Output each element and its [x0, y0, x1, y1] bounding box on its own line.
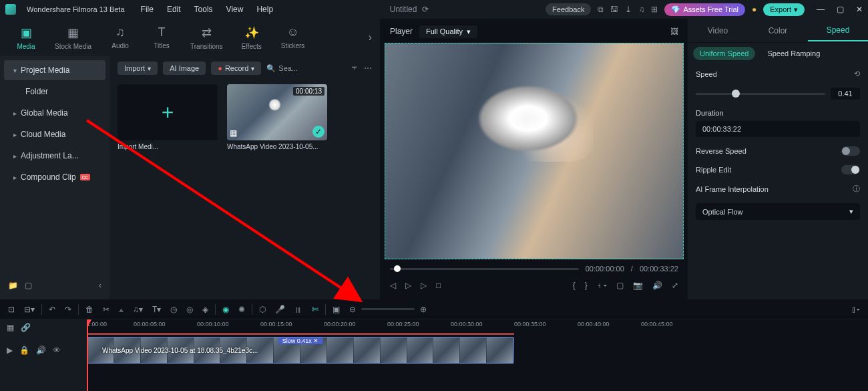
minimize-button[interactable]: — — [817, 5, 825, 14]
menu-help[interactable]: Help — [256, 5, 273, 14]
lock-track-icon[interactable]: 🔒 — [19, 346, 29, 355]
adjust-icon[interactable]: ▣ — [333, 305, 340, 314]
assets-trial-button[interactable]: 💎Assets Free Trial — [664, 3, 745, 16]
grid-icon[interactable]: ⊞ — [651, 5, 658, 14]
play-icon[interactable]: ▷ — [421, 281, 427, 290]
media-clip-tile[interactable]: 00:00:13 ▦ ✓ WhatsApp Video 2023-10-05..… — [227, 84, 327, 150]
hide-track-icon[interactable]: 👁 — [53, 346, 61, 355]
ai-tool-icon[interactable]: ◉ — [222, 305, 229, 314]
mark-out-icon[interactable]: } — [585, 281, 588, 290]
music-icon[interactable]: ♫▾ — [133, 305, 143, 314]
stop-icon[interactable]: □ — [436, 281, 441, 290]
new-folder-icon[interactable]: 📁 — [8, 281, 18, 290]
menu-tools[interactable]: Tools — [194, 5, 213, 14]
delete-icon[interactable]: 🗑 — [85, 305, 93, 314]
duration-value[interactable]: 00:00:33:22 — [696, 121, 860, 137]
tab-stock-media[interactable]: ▦Stock Media — [49, 23, 97, 53]
ai-image-button[interactable]: AI Image — [163, 61, 206, 75]
track-options-icon[interactable]: ▦ — [7, 323, 14, 332]
import-button[interactable]: Import▾ — [118, 61, 158, 75]
sidebar-item-compound-clip[interactable]: ▸Compound Clipcc — [4, 167, 105, 187]
tab-media[interactable]: ▣Media — [8, 23, 44, 53]
props-tab-color[interactable]: Color — [748, 21, 808, 41]
history-icon[interactable]: ⟳ — [422, 5, 429, 14]
zoom-slider[interactable] — [361, 308, 415, 310]
menu-view[interactable]: View — [226, 5, 244, 14]
sidebar-item-project-media[interactable]: ▾Project Media — [4, 60, 105, 80]
subtab-speed-ramping[interactable]: Speed Ramping — [761, 47, 827, 60]
fullscreen-icon[interactable]: ⤢ — [672, 281, 678, 290]
preview-canvas[interactable] — [385, 43, 684, 259]
tab-effects[interactable]: ✨Effects — [234, 23, 270, 53]
select-tool-icon[interactable]: ⊡ — [8, 305, 15, 314]
display-icon[interactable]: ▢ — [616, 281, 624, 290]
headphones-icon[interactable]: ♫ — [638, 5, 644, 14]
props-tab-speed[interactable]: Speed — [808, 20, 868, 41]
props-tab-video[interactable]: Video — [688, 21, 748, 41]
menu-file[interactable]: File — [141, 5, 154, 14]
tab-transitions[interactable]: ⇄Transitions — [185, 23, 228, 53]
save-icon[interactable]: 🖫 — [610, 5, 618, 14]
more-icon[interactable]: ⋯ — [364, 63, 372, 73]
tab-stickers[interactable]: ☺Stickers — [275, 23, 311, 52]
sidebar-item-adjustment-layer[interactable]: ▸Adjustment La... — [4, 146, 105, 166]
text-icon[interactable]: T▾ — [152, 305, 161, 314]
ratio-icon[interactable]: ⫞ ▾ — [597, 281, 607, 290]
mixer-icon[interactable]: ⫼ — [294, 305, 302, 314]
auto-cut-icon[interactable]: ✄ — [312, 305, 318, 314]
timeline-view-icon[interactable]: ⫿▾ — [852, 305, 860, 314]
color-tool-icon[interactable]: ◎ — [186, 305, 193, 314]
volume-icon[interactable]: 🔊 — [652, 281, 662, 290]
filter-icon[interactable]: ⫧ — [351, 63, 359, 73]
seek-bar[interactable] — [390, 268, 579, 270]
keyframe-icon[interactable]: ◈ — [202, 305, 208, 314]
maximize-button[interactable]: ▢ — [837, 5, 844, 14]
tab-titles[interactable]: TTitles — [144, 23, 180, 52]
tab-audio[interactable]: ♫Audio — [102, 23, 138, 52]
info-icon[interactable]: ⓘ — [853, 184, 860, 194]
link-icon[interactable]: 🔗 — [21, 323, 31, 332]
sidebar-item-global-media[interactable]: ▸Global Media — [4, 103, 105, 123]
prev-frame-icon[interactable]: ◁ — [390, 281, 396, 290]
timeline-body[interactable]: 1:00:00 00:00:05:00 00:00:10:00 00:00:15… — [87, 319, 868, 391]
camera-icon[interactable]: 📷 — [633, 281, 643, 290]
zoom-in-icon[interactable]: ⊕ — [420, 305, 427, 314]
video-track-icon[interactable]: ▶ — [7, 346, 13, 355]
import-media-tile[interactable]: + Import Medi... — [118, 84, 218, 150]
reverse-speed-toggle[interactable] — [841, 146, 860, 156]
play-back-icon[interactable]: ▷ — [405, 281, 411, 290]
new-bin-icon[interactable]: ▢ — [25, 281, 32, 290]
marker-icon[interactable]: ⬡ — [259, 305, 266, 314]
export-button[interactable]: Export▾ — [763, 3, 805, 16]
timeline-clip[interactable]: Slow 0.41x ✕ WhatsApp Video 2023-10-05 a… — [87, 337, 514, 364]
zoom-out-icon[interactable]: ⊖ — [349, 305, 356, 314]
sparkle-tool-icon[interactable]: ✺ — [238, 305, 245, 314]
reset-speed-icon[interactable]: ⟲ — [854, 70, 860, 78]
monitor-icon[interactable]: ⧉ — [598, 5, 604, 14]
snapshot-icon[interactable]: 🖼 — [670, 27, 678, 36]
split-icon[interactable]: ✂ — [103, 305, 110, 314]
track-lock-icon[interactable]: ⊟▾ — [24, 305, 35, 314]
speed-value[interactable]: 0.41 — [831, 88, 860, 100]
mark-in-icon[interactable]: { — [573, 281, 576, 290]
voiceover-icon[interactable]: 🎤 — [275, 305, 285, 314]
mute-track-icon[interactable]: 🔊 — [36, 346, 46, 355]
tabs-scroll-right-icon[interactable]: › — [369, 31, 372, 43]
redo-icon[interactable]: ↷ — [65, 305, 71, 314]
crop-icon[interactable]: ⟁ — [119, 305, 124, 314]
user-avatar-icon[interactable]: ● — [752, 5, 756, 14]
speed-slider[interactable] — [696, 93, 825, 95]
collapse-sidebar-icon[interactable]: ‹ — [99, 281, 101, 290]
timeline-ruler[interactable]: 1:00:00 00:00:05:00 00:00:10:00 00:00:15… — [87, 319, 868, 336]
menu-edit[interactable]: Edit — [167, 5, 181, 14]
close-button[interactable]: ✕ — [856, 5, 863, 14]
undo-icon[interactable]: ↶ — [49, 305, 55, 314]
feedback-button[interactable]: Feedback — [546, 3, 591, 15]
cloud-download-icon[interactable]: ⤓ — [625, 5, 632, 14]
playhead[interactable] — [87, 319, 88, 391]
subtab-uniform-speed[interactable]: Uniform Speed — [693, 47, 755, 60]
record-button[interactable]: ●Record▾ — [211, 61, 261, 75]
speed-tool-icon[interactable]: ◷ — [170, 305, 177, 314]
ai-interp-select[interactable]: Optical Flow▾ — [696, 203, 860, 220]
sidebar-item-folder[interactable]: Folder — [4, 82, 105, 102]
